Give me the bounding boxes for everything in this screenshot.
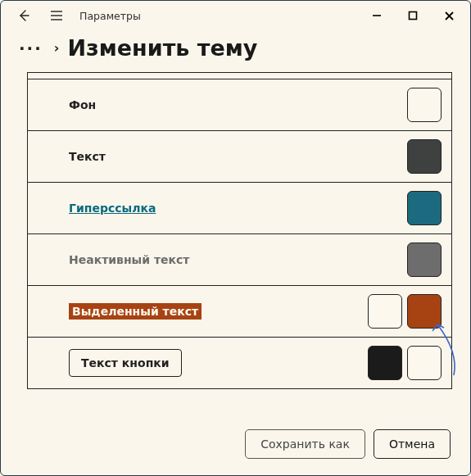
save-as-button[interactable]: Сохранить как xyxy=(245,429,365,459)
chevron-right-icon: › xyxy=(54,40,60,56)
row-label-button: Текст кнопки xyxy=(69,349,182,377)
breadcrumb-more-icon[interactable]: ··· xyxy=(19,39,46,58)
row-inactive[interactable]: Неактивный текст xyxy=(28,234,451,286)
swatch-highlighted-fg[interactable] xyxy=(368,294,402,329)
row-label-inactive: Неактивный текст xyxy=(69,253,407,266)
row-label-text: Текст xyxy=(69,150,407,163)
swatch-text[interactable] xyxy=(407,139,442,174)
swatch-background[interactable] xyxy=(407,88,442,122)
close-button[interactable] xyxy=(431,2,467,29)
cancel-button[interactable]: Отмена xyxy=(374,429,451,459)
row-label-highlighted: Выделенный текст xyxy=(69,303,202,320)
hamburger-menu-icon[interactable] xyxy=(40,2,73,29)
row-highlighted[interactable]: Выделенный текст xyxy=(28,286,451,338)
row-button[interactable]: Текст кнопки xyxy=(28,338,451,389)
row-label-background: Фон xyxy=(69,98,407,111)
swatch-button-bg[interactable] xyxy=(407,346,442,380)
settings-window: Параметры ··· › Изменить тему Фон xyxy=(0,0,471,476)
theme-settings-panel: Фон Текст Гиперссылка Неактивный текст xyxy=(1,72,470,418)
row-hyperlink[interactable]: Гиперссылка xyxy=(28,183,451,234)
svg-rect-5 xyxy=(410,12,417,20)
maximize-button[interactable] xyxy=(395,2,431,29)
swatch-button-fg[interactable] xyxy=(368,346,402,380)
row-label-hyperlink: Гиперссылка xyxy=(69,202,407,215)
window-title: Параметры xyxy=(73,10,141,22)
swatch-hyperlink[interactable] xyxy=(407,191,442,225)
swatch-highlighted-bg[interactable] xyxy=(407,294,442,329)
footer-buttons: Сохранить как Отмена xyxy=(1,418,470,475)
page-title: Изменить тему xyxy=(67,35,257,61)
breadcrumb: ··· › Изменить тему xyxy=(1,30,470,72)
row-text[interactable]: Текст xyxy=(28,131,451,183)
panel-top-spacer xyxy=(28,73,451,79)
titlebar: Параметры xyxy=(1,1,470,30)
swatch-inactive[interactable] xyxy=(407,243,442,277)
row-background[interactable]: Фон xyxy=(28,79,451,131)
back-button[interactable] xyxy=(7,2,40,29)
minimize-button[interactable] xyxy=(359,2,395,29)
